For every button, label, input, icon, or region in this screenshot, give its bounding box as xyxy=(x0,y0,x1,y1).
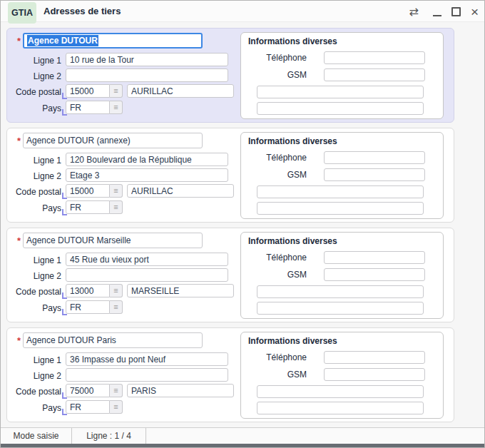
info-extra2-input[interactable] xyxy=(257,302,424,315)
dock-swap-icon[interactable]: ⇄ xyxy=(409,5,418,19)
address-list: * Agence DUTOUR Ligne 1 Ligne 2 Code pos… xyxy=(1,22,484,427)
code-postal-lookup-button[interactable]: ≡ xyxy=(110,284,123,297)
address-name-value: Agence DUTOUR Paris xyxy=(26,335,116,345)
titlebar: GTIA Adresses de tiers ⇄ × xyxy=(1,1,484,22)
code-postal-input[interactable] xyxy=(66,284,110,297)
telephone-input[interactable] xyxy=(324,251,425,264)
code-postal-label: Code postal xyxy=(7,187,61,197)
code-postal-input[interactable] xyxy=(66,384,110,397)
ligne1-input[interactable] xyxy=(66,153,228,166)
window-bottom-edge xyxy=(1,444,484,447)
gsm-input[interactable] xyxy=(324,368,425,381)
code-postal-lookup-button[interactable]: ≡ xyxy=(110,384,123,397)
gsm-label: GSM xyxy=(241,170,307,180)
gsm-input[interactable] xyxy=(324,68,425,81)
address-name-field[interactable]: Agence DUTOUR (annexe) xyxy=(23,133,203,148)
ville-input[interactable] xyxy=(127,84,234,98)
info-extra1-input[interactable] xyxy=(257,185,424,198)
code-postal-label: Code postal xyxy=(7,387,61,397)
status-line-indicator: Ligne : 1 / 4 xyxy=(72,428,146,444)
info-extra1-input[interactable] xyxy=(257,285,424,298)
informations-diverses-group: Informations diverses Téléphone GSM xyxy=(240,232,444,319)
info-extra1-input[interactable] xyxy=(257,385,424,398)
info-extra2-input[interactable] xyxy=(257,402,424,414)
pays-assisted-field: ≡ xyxy=(66,400,123,414)
minimize-button[interactable] xyxy=(433,6,441,16)
close-button[interactable]: × xyxy=(471,7,479,16)
code-postal-assisted-field: ≡ xyxy=(66,384,123,397)
ligne1-label: Ligne 1 xyxy=(7,156,61,166)
gsm-input[interactable] xyxy=(324,168,425,181)
code-postal-lookup-button[interactable]: ≡ xyxy=(110,184,123,198)
required-marker: * xyxy=(17,36,21,46)
info-extra2-input[interactable] xyxy=(257,102,424,115)
telephone-label: Téléphone xyxy=(241,53,307,63)
ville-input[interactable] xyxy=(127,384,234,397)
address-block: * Agence DUTOUR Ligne 1 Ligne 2 Code pos… xyxy=(6,28,454,123)
window-title: Adresses de tiers xyxy=(44,1,121,22)
code-postal-lookup-button[interactable]: ≡ xyxy=(110,84,123,98)
ville-input[interactable] xyxy=(127,284,234,297)
pays-lookup-button[interactable]: ≡ xyxy=(110,101,123,114)
informations-diverses-group: Informations diverses Téléphone GSM xyxy=(240,132,444,219)
pays-input[interactable] xyxy=(66,300,110,314)
address-name-field[interactable]: Agence DUTOUR Paris xyxy=(23,332,203,348)
pays-label: Pays xyxy=(7,303,61,313)
code-postal-assisted-field: ≡ xyxy=(66,284,123,297)
address-name-value: Agence DUTOUR Marseille xyxy=(26,235,131,245)
gsm-label: GSM xyxy=(241,370,307,380)
ligne1-label: Ligne 1 xyxy=(7,56,61,66)
address-name-value: Agence DUTOUR (annexe) xyxy=(26,136,131,146)
informations-diverses-title: Informations diverses xyxy=(248,136,337,146)
telephone-input[interactable] xyxy=(324,351,425,364)
info-extra2-input[interactable] xyxy=(257,202,424,215)
app-window: GTIA Adresses de tiers ⇄ × * Agence DUTO… xyxy=(0,0,485,448)
gsm-label: GSM xyxy=(241,70,307,80)
pays-assisted-field: ≡ xyxy=(66,300,123,314)
pays-input[interactable] xyxy=(66,101,110,114)
ville-input[interactable] xyxy=(127,184,234,198)
code-postal-input[interactable] xyxy=(66,84,110,98)
pays-lookup-button[interactable]: ≡ xyxy=(110,200,123,214)
ligne1-input[interactable] xyxy=(66,253,228,266)
info-extra1-input[interactable] xyxy=(257,86,424,98)
ligne2-label: Ligne 2 xyxy=(7,371,61,381)
informations-diverses-group: Informations diverses Téléphone GSM xyxy=(240,332,444,419)
informations-diverses-title: Informations diverses xyxy=(248,236,337,246)
informations-diverses-title: Informations diverses xyxy=(248,36,337,46)
address-block: * Agence DUTOUR Marseille Ligne 1 Ligne … xyxy=(6,228,454,322)
ligne2-input[interactable] xyxy=(66,268,228,282)
ligne2-input[interactable] xyxy=(66,368,228,382)
ligne1-input[interactable] xyxy=(66,53,228,66)
code-postal-assisted-field: ≡ xyxy=(66,184,123,198)
maximize-button[interactable] xyxy=(451,7,461,16)
ligne1-label: Ligne 1 xyxy=(7,255,61,265)
telephone-input[interactable] xyxy=(324,51,425,64)
pays-label: Pays xyxy=(7,203,61,213)
minimize-icon xyxy=(433,8,441,16)
code-postal-assisted-field: ≡ xyxy=(66,84,123,98)
ligne2-label: Ligne 2 xyxy=(7,71,61,81)
pays-input[interactable] xyxy=(66,400,110,414)
ligne2-label: Ligne 2 xyxy=(7,171,61,181)
ligne1-label: Ligne 1 xyxy=(7,355,61,365)
statusbar: Mode saisie Ligne : 1 / 4 xyxy=(1,427,484,444)
pays-lookup-button[interactable]: ≡ xyxy=(110,300,123,314)
telephone-label: Téléphone xyxy=(241,153,307,163)
address-name-field[interactable]: Agence DUTOUR xyxy=(23,33,203,49)
code-postal-input[interactable] xyxy=(66,184,110,198)
ligne2-input[interactable] xyxy=(66,68,228,82)
ligne2-input[interactable] xyxy=(66,168,228,182)
gsm-input[interactable] xyxy=(324,268,425,281)
maximize-icon xyxy=(451,7,461,16)
pays-assisted-field: ≡ xyxy=(66,200,123,214)
address-name-field[interactable]: Agence DUTOUR Marseille xyxy=(23,233,203,248)
pays-lookup-button[interactable]: ≡ xyxy=(110,400,123,414)
telephone-input[interactable] xyxy=(324,151,425,164)
informations-diverses-title: Informations diverses xyxy=(248,336,337,346)
address-name-value: Agence DUTOUR xyxy=(27,35,98,46)
pays-input[interactable] xyxy=(66,200,110,214)
window-controls: ⇄ × xyxy=(409,1,479,22)
informations-diverses-group: Informations diverses Téléphone GSM xyxy=(240,32,444,119)
ligne1-input[interactable] xyxy=(66,352,228,366)
